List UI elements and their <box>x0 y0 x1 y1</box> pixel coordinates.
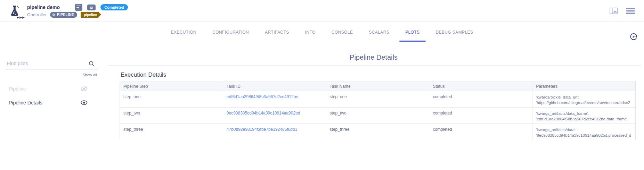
hamburger-menu-icon[interactable] <box>626 8 635 14</box>
status-badge: Completed <box>100 4 128 10</box>
table-row: step_three 47b0b92e98194f3fbe7be192485f6… <box>120 124 636 140</box>
cell-status: completed <box>429 91 532 108</box>
show-all-link[interactable]: Show all <box>82 73 97 77</box>
system-tag-pipeline: ⚙ PIPELINE <box>50 12 77 18</box>
cell-status: completed <box>429 124 532 140</box>
execution-details-table: Pipeline Step Task ID Task Name Status P… <box>120 82 636 140</box>
tab-artifacts[interactable]: ARTIFACTS <box>265 22 289 43</box>
description-icon[interactable] <box>75 4 82 11</box>
details-panel-icon[interactable] <box>610 8 618 14</box>
cell-task-name: step_one <box>326 91 429 108</box>
title-divider <box>107 65 641 66</box>
plot-search <box>5 60 98 69</box>
pipeline-arrows-icon: ▶▶▶ <box>17 16 25 19</box>
execution-details-heading: Execution Details <box>121 71 644 78</box>
flask-icon <box>8 5 21 17</box>
column-header-pipeline-step: Pipeline Step <box>120 82 223 91</box>
task-id-link[interactable]: edf6d1aa29864f58b3a567d2ce4912be <box>227 94 298 99</box>
cell-task-name: step_three <box>326 124 429 140</box>
plot-group-title: Pipeline Details <box>103 53 644 61</box>
cell-task-id: 47b0b92e98194f3fbe7be192485f6db1 <box>223 124 326 140</box>
plot-list-item-pipeline[interactable]: Pipeline <box>0 82 103 96</box>
cell-task-id: 9ec988385cd94b14a39c10914aa902bd <box>223 108 326 124</box>
cell-pipeline-step: step_three <box>120 124 223 140</box>
cell-task-id: edf6d1aa29864f58b3a567d2ce4912be <box>223 91 326 108</box>
search-input[interactable] <box>5 60 89 67</box>
cell-parameters: 'kwargs_artifacts/data_frame': 'edf6d1aa… <box>532 108 636 124</box>
cell-task-name: step_two <box>326 108 429 124</box>
refresh-icon[interactable] <box>629 33 638 41</box>
tab-execution[interactable]: EXECUTION <box>171 22 197 43</box>
tab-console[interactable]: CONSOLE <box>332 22 353 43</box>
task-id-link[interactable]: 47b0b92e98194f3fbe7be192485f6db1 <box>227 127 297 132</box>
plots-main-area: Pipeline Details Execution Details Pipel… <box>103 43 644 170</box>
plots-sidebar: Show all Pipeline Pipeline Details <box>0 43 103 170</box>
table-header-row: Pipeline Step Task ID Task Name Status P… <box>120 82 636 91</box>
show-all-row: Show all <box>0 69 103 77</box>
plot-list: Pipeline Pipeline Details <box>0 82 103 110</box>
column-header-status: Status <box>429 82 532 91</box>
tab-bar: EXECUTION CONFIGURATION ARTIFACTS INFO C… <box>0 22 644 43</box>
column-header-parameters: Parameters <box>532 82 636 91</box>
task-id-link[interactable]: 9ec988385cd94b14a39c10914aa902bd <box>227 111 300 116</box>
column-header-task-name: Task Name <box>326 82 429 91</box>
eye-icon[interactable] <box>81 100 88 105</box>
experiment-title: pipeline demo <box>27 5 60 10</box>
gear-icon: ⚙ <box>52 13 55 17</box>
table-row: step_two 9ec988385cd94b14a39c10914aa902b… <box>120 108 636 124</box>
app-header: ▶▶▶ pipeline demo ID Completed Controlle… <box>0 0 644 22</box>
experiment-type-icon: ▶▶▶ <box>2 5 27 17</box>
tab-debug-samples[interactable]: DEBUG SAMPLES <box>436 22 473 43</box>
cell-pipeline-step: step_two <box>120 108 223 124</box>
experiment-subtitle: Controller <box>27 12 47 17</box>
cell-parameters: 'kwargs/pickle_data_url': 'https://githu… <box>532 91 636 108</box>
cell-parameters: 'kwargs_artifacts/data': '9ec988385cd94b… <box>532 124 636 140</box>
eye-off-icon[interactable] <box>81 86 88 92</box>
cell-pipeline-step: step_one <box>120 91 223 108</box>
table-row: step_one edf6d1aa29864f58b3a567d2ce4912b… <box>120 91 636 108</box>
column-header-task-id: Task ID <box>223 82 326 91</box>
search-icon[interactable] <box>89 61 95 67</box>
cell-status: completed <box>429 108 532 124</box>
plot-list-item-pipeline-details[interactable]: Pipeline Details <box>0 96 103 110</box>
id-badge[interactable]: ID <box>87 5 96 10</box>
user-tag-pipeline[interactable]: pipeline <box>81 12 98 18</box>
tab-configuration[interactable]: CONFIGURATION <box>212 22 249 43</box>
tab-info[interactable]: INFO <box>305 22 316 43</box>
tab-scalars[interactable]: SCALARS <box>369 22 389 43</box>
tab-plots[interactable]: PLOTS <box>405 22 419 43</box>
